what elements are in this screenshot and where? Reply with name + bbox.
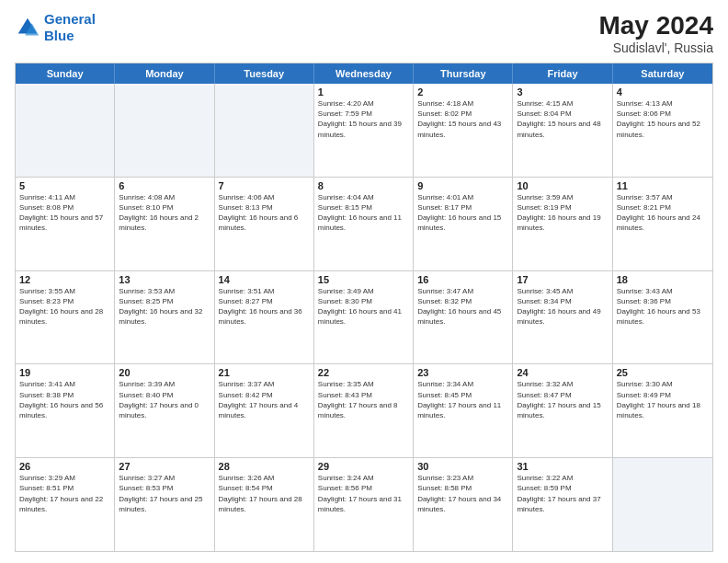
day-number: 11 [617,180,709,191]
cell-info: Sunrise: 4:08 AMSunset: 8:10 PMDaylight:… [119,192,210,234]
day-number: 30 [417,461,508,472]
cell-info: Sunrise: 3:22 AMSunset: 8:59 PMDaylight:… [517,473,608,514]
calendar-cell: 16Sunrise: 3:47 AMSunset: 8:32 PMDayligh… [414,271,513,364]
cell-info: Sunrise: 3:53 AMSunset: 8:25 PMDaylight:… [119,286,210,327]
header-saturday: Saturday [613,63,712,84]
cell-info: Sunrise: 3:55 AMSunset: 8:23 PMDaylight:… [19,286,110,327]
calendar-cell: 25Sunrise: 3:30 AMSunset: 8:49 PMDayligh… [613,364,712,457]
day-number: 28 [219,461,310,472]
day-number: 4 [617,86,709,98]
calendar-cell: 13Sunrise: 3:53 AMSunset: 8:25 PMDayligh… [115,271,214,364]
logo-text: General Blue [44,11,96,44]
calendar-cell: 6Sunrise: 4:08 AMSunset: 8:10 PMDaylight… [115,178,214,270]
cell-info: Sunrise: 3:35 AMSunset: 8:43 PMDaylight:… [318,379,409,420]
cell-info: Sunrise: 3:32 AMSunset: 8:47 PMDaylight:… [517,379,608,420]
calendar-cell: 7Sunrise: 4:06 AMSunset: 8:13 PMDaylight… [215,178,314,270]
calendar-row: 1Sunrise: 4:20 AMSunset: 7:59 PMDaylight… [16,84,712,177]
cell-info: Sunrise: 4:11 AMSunset: 8:08 PMDaylight:… [19,192,110,234]
cell-info: Sunrise: 3:49 AMSunset: 8:30 PMDaylight:… [318,286,409,327]
calendar-cell: 14Sunrise: 3:51 AMSunset: 8:27 PMDayligh… [215,271,314,364]
day-number: 14 [219,274,310,285]
cell-info: Sunrise: 4:04 AMSunset: 8:15 PMDaylight:… [318,192,409,234]
day-number: 31 [517,461,608,472]
calendar-cell: 24Sunrise: 3:32 AMSunset: 8:47 PMDayligh… [513,364,612,457]
calendar-cell: 30Sunrise: 3:23 AMSunset: 8:58 PMDayligh… [414,458,513,551]
cell-info: Sunrise: 3:57 AMSunset: 8:21 PMDaylight:… [617,192,709,234]
calendar-cell: 17Sunrise: 3:45 AMSunset: 8:34 PMDayligh… [513,271,612,364]
calendar-cell: 8Sunrise: 4:04 AMSunset: 8:15 PMDaylight… [314,178,414,270]
day-number: 7 [219,180,310,191]
logo-icon [15,15,40,40]
day-number: 1 [318,86,409,98]
calendar-cell: 18Sunrise: 3:43 AMSunset: 8:36 PMDayligh… [613,271,712,364]
day-number: 23 [417,367,508,378]
day-number: 15 [318,274,409,285]
calendar-cell: 19Sunrise: 3:41 AMSunset: 8:38 PMDayligh… [16,364,115,457]
day-number: 16 [417,274,508,285]
day-number: 6 [119,180,210,191]
cell-info: Sunrise: 4:18 AMSunset: 8:02 PMDaylight:… [417,98,508,140]
cell-info: Sunrise: 3:24 AMSunset: 8:56 PMDaylight:… [318,473,409,514]
cell-info: Sunrise: 3:45 AMSunset: 8:34 PMDaylight:… [517,286,608,327]
header-wednesday: Wednesday [314,63,414,84]
calendar-cell: 29Sunrise: 3:24 AMSunset: 8:56 PMDayligh… [314,458,414,551]
header-thursday: Thursday [414,63,513,84]
calendar-row: 12Sunrise: 3:55 AMSunset: 8:23 PMDayligh… [16,270,712,364]
calendar-cell: 20Sunrise: 3:39 AMSunset: 8:40 PMDayligh… [115,364,214,457]
calendar-cell: 21Sunrise: 3:37 AMSunset: 8:42 PMDayligh… [215,364,314,457]
calendar-cell: 5Sunrise: 4:11 AMSunset: 8:08 PMDaylight… [16,178,115,270]
day-number: 19 [19,367,110,378]
cell-info: Sunrise: 4:20 AMSunset: 7:59 PMDaylight:… [318,98,409,140]
day-number: 13 [119,274,210,285]
cell-info: Sunrise: 3:59 AMSunset: 8:19 PMDaylight:… [517,192,608,234]
day-number: 2 [417,86,508,98]
header: General Blue May 2024 Sudislavl', Russia [15,11,713,55]
cell-info: Sunrise: 3:26 AMSunset: 8:54 PMDaylight:… [219,473,310,514]
calendar-cell: 22Sunrise: 3:35 AMSunset: 8:43 PMDayligh… [314,364,414,457]
calendar-cell [215,84,314,177]
cell-info: Sunrise: 3:27 AMSunset: 8:53 PMDaylight:… [119,473,210,514]
calendar-cell: 27Sunrise: 3:27 AMSunset: 8:53 PMDayligh… [115,458,214,551]
calendar-cell: 26Sunrise: 3:29 AMSunset: 8:51 PMDayligh… [16,458,115,551]
location: Sudislavl', Russia [598,40,713,55]
cell-info: Sunrise: 3:34 AMSunset: 8:45 PMDaylight:… [417,379,508,420]
day-number: 25 [617,367,709,378]
calendar-cell: 31Sunrise: 3:22 AMSunset: 8:59 PMDayligh… [513,458,612,551]
day-number: 26 [19,461,110,472]
cell-info: Sunrise: 3:43 AMSunset: 8:36 PMDaylight:… [617,286,709,327]
title-block: May 2024 Sudislavl', Russia [598,11,713,55]
cell-info: Sunrise: 3:39 AMSunset: 8:40 PMDaylight:… [119,379,210,420]
cell-info: Sunrise: 4:01 AMSunset: 8:17 PMDaylight:… [417,192,508,234]
calendar-cell: 2Sunrise: 4:18 AMSunset: 8:02 PMDaylight… [414,84,513,177]
cell-info: Sunrise: 3:23 AMSunset: 8:58 PMDaylight:… [417,473,508,514]
page: General Blue May 2024 Sudislavl', Russia… [0,0,728,563]
day-number: 3 [517,86,608,98]
day-number: 29 [318,461,409,472]
calendar-cell [613,458,712,551]
day-number: 18 [617,274,709,285]
day-number: 22 [318,367,409,378]
logo-blue: Blue [44,28,74,43]
cell-info: Sunrise: 3:47 AMSunset: 8:32 PMDaylight:… [417,286,508,327]
calendar-cell: 1Sunrise: 4:20 AMSunset: 7:59 PMDaylight… [314,84,414,177]
calendar-row: 5Sunrise: 4:11 AMSunset: 8:08 PMDaylight… [16,177,712,270]
day-number: 12 [19,274,110,285]
day-number: 27 [119,461,210,472]
header-friday: Friday [513,63,612,84]
day-number: 20 [119,367,210,378]
calendar-cell [115,84,214,177]
day-number: 21 [219,367,310,378]
calendar-cell: 4Sunrise: 4:13 AMSunset: 8:06 PMDaylight… [613,84,712,177]
cell-info: Sunrise: 3:51 AMSunset: 8:27 PMDaylight:… [219,286,310,327]
calendar-cell: 12Sunrise: 3:55 AMSunset: 8:23 PMDayligh… [16,271,115,364]
cell-info: Sunrise: 3:29 AMSunset: 8:51 PMDaylight:… [19,473,110,514]
day-number: 10 [517,180,608,191]
calendar-cell: 11Sunrise: 3:57 AMSunset: 8:21 PMDayligh… [613,178,712,270]
cell-info: Sunrise: 3:41 AMSunset: 8:38 PMDaylight:… [19,379,110,420]
calendar-row: 26Sunrise: 3:29 AMSunset: 8:51 PMDayligh… [16,457,712,551]
calendar-cell: 3Sunrise: 4:15 AMSunset: 8:04 PMDaylight… [513,84,612,177]
cell-info: Sunrise: 3:37 AMSunset: 8:42 PMDaylight:… [219,379,310,420]
calendar-cell: 23Sunrise: 3:34 AMSunset: 8:45 PMDayligh… [414,364,513,457]
cell-info: Sunrise: 4:06 AMSunset: 8:13 PMDaylight:… [219,192,310,234]
day-number: 24 [517,367,608,378]
